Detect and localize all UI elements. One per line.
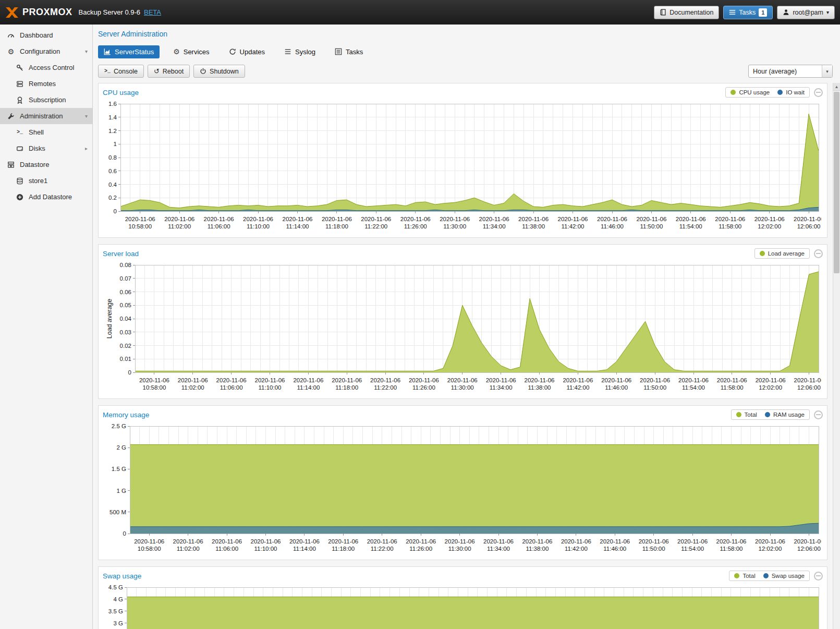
reboot-button[interactable]: ↺ Reboot xyxy=(148,65,190,78)
svg-text:2020-11-06: 2020-11-06 xyxy=(715,216,745,222)
svg-text:2020-11-06: 2020-11-06 xyxy=(479,216,509,222)
chart-legend: Total Swap usage xyxy=(729,571,810,581)
user-menu-button[interactable]: root@pam ▾ xyxy=(777,6,835,19)
svg-text:2020-11-06: 2020-11-06 xyxy=(125,216,155,222)
svg-text:2.5 G: 2.5 G xyxy=(112,423,126,429)
tab-updates[interactable]: Updates xyxy=(223,45,271,58)
tab-bar: ServerStatus ⚙ Services Updates Syslog xyxy=(98,45,833,58)
collapse-icon[interactable] xyxy=(814,249,823,258)
svg-text:0: 0 xyxy=(114,208,117,214)
svg-text:0.07: 0.07 xyxy=(120,275,131,282)
sidebar-item-access-control[interactable]: Access Control xyxy=(0,59,92,76)
svg-text:1: 1 xyxy=(114,141,117,147)
legend-dot xyxy=(731,90,736,95)
sidebar-item-store1[interactable]: store1 xyxy=(0,173,92,189)
svg-text:2020-11-06: 2020-11-06 xyxy=(558,216,588,222)
scrollbar-thumb[interactable] xyxy=(834,92,839,273)
proxmox-x-icon xyxy=(5,7,19,18)
task-box-icon xyxy=(335,48,342,55)
sidebar-item-administration[interactable]: Administration ▾ xyxy=(0,108,92,124)
svg-text:11:02:00: 11:02:00 xyxy=(181,384,204,391)
svg-text:0: 0 xyxy=(128,369,131,376)
sidebar-item-datastore[interactable]: Datastore xyxy=(0,156,92,173)
svg-text:2020-11-06: 2020-11-06 xyxy=(639,538,669,545)
tab-syslog[interactable]: Syslog xyxy=(278,45,321,58)
svg-text:12:02:00: 12:02:00 xyxy=(759,546,782,552)
legend-dot xyxy=(734,573,739,578)
svg-text:0.06: 0.06 xyxy=(120,289,131,295)
area-chart-icon xyxy=(104,48,111,55)
svg-text:2020-11-06: 2020-11-06 xyxy=(676,216,706,222)
svg-text:0: 0 xyxy=(123,530,126,537)
svg-text:1.6: 1.6 xyxy=(108,101,117,107)
sidebar-item-dashboard[interactable]: Dashboard xyxy=(0,27,92,43)
svg-text:12:02:00: 12:02:00 xyxy=(759,384,782,391)
svg-text:11:02:00: 11:02:00 xyxy=(177,546,200,552)
sidebar-item-remotes[interactable]: Remotes xyxy=(0,76,92,92)
tab-tasks[interactable]: Tasks xyxy=(329,45,369,58)
svg-text:12:02:00: 12:02:00 xyxy=(758,223,781,229)
svg-text:0.01: 0.01 xyxy=(120,356,131,362)
sidebar-item-shell[interactable]: >_ Shell xyxy=(0,124,92,140)
proxmox-logo: PROXMOX xyxy=(5,7,72,18)
chart-legend: CPU usage IO wait xyxy=(725,87,810,98)
svg-text:11:50:00: 11:50:00 xyxy=(640,223,663,229)
svg-text:0.2: 0.2 xyxy=(108,195,117,201)
sidebar-item-subscription[interactable]: Subscription xyxy=(0,92,92,108)
console-button[interactable]: >_ Console xyxy=(98,65,144,78)
sidebar-item-disks[interactable]: Disks ▸ xyxy=(0,140,92,156)
collapse-icon[interactable] xyxy=(814,88,823,97)
svg-text:2020-11-06: 2020-11-06 xyxy=(716,538,747,545)
legend-dot xyxy=(765,412,770,417)
svg-text:0.03: 0.03 xyxy=(120,329,131,335)
svg-text:11:10:00: 11:10:00 xyxy=(259,384,282,391)
svg-text:10:58:00: 10:58:00 xyxy=(128,223,152,229)
beta-link[interactable]: BETA xyxy=(144,8,161,16)
svg-text:500 M: 500 M xyxy=(109,509,126,515)
svg-text:2020-11-06: 2020-11-06 xyxy=(522,538,552,545)
tab-serverstatus[interactable]: ServerStatus xyxy=(98,45,160,58)
sidebar-item-configuration[interactable]: ⚙ Configuration ▾ xyxy=(0,43,92,59)
svg-text:2020-11-06: 2020-11-06 xyxy=(755,538,785,545)
sidebar-item-add-datastore[interactable]: Add Datastore xyxy=(0,189,92,205)
svg-text:2020-11-06: 2020-11-06 xyxy=(794,538,821,545)
collapse-icon[interactable] xyxy=(814,572,823,580)
time-interval-select[interactable]: Hour (average) ▾ xyxy=(748,65,833,78)
svg-text:11:42:00: 11:42:00 xyxy=(565,546,588,552)
svg-text:0.08: 0.08 xyxy=(120,262,131,268)
svg-text:11:14:00: 11:14:00 xyxy=(297,384,320,391)
svg-text:2020-11-06: 2020-11-06 xyxy=(409,377,439,383)
server-load-chart: 00.010.020.030.040.050.060.070.082020-11… xyxy=(103,261,823,395)
datastore-icon xyxy=(6,161,16,168)
shutdown-button[interactable]: Shutdown xyxy=(193,65,245,78)
sidebar: Dashboard ⚙ Configuration ▾ Access Contr… xyxy=(0,25,93,629)
svg-text:3 G: 3 G xyxy=(113,620,123,626)
svg-text:11:58:00: 11:58:00 xyxy=(721,384,744,391)
collapse-icon[interactable] xyxy=(814,410,823,419)
svg-text:2020-11-06: 2020-11-06 xyxy=(173,538,203,545)
legend-dot xyxy=(763,573,769,578)
chart-title: Memory usage xyxy=(103,411,149,419)
page-title: Server Administration xyxy=(98,30,833,38)
tasks-label: Tasks xyxy=(739,9,756,16)
vertical-scrollbar[interactable]: ▲ xyxy=(833,83,840,629)
svg-text:11:26:00: 11:26:00 xyxy=(412,384,435,391)
svg-text:2020-11-06: 2020-11-06 xyxy=(243,216,273,222)
svg-text:2020-11-06: 2020-11-06 xyxy=(447,377,478,383)
brand-name: PROXMOX xyxy=(22,7,72,18)
svg-text:11:38:00: 11:38:00 xyxy=(528,384,551,391)
documentation-button[interactable]: Documentation xyxy=(654,6,719,19)
svg-text:2020-11-06: 2020-11-06 xyxy=(293,377,323,383)
server-load-panel: Server load Load average 00.010.020.030.… xyxy=(98,244,827,399)
legend-dot xyxy=(736,412,741,417)
chevron-down-icon: ▾ xyxy=(826,9,829,15)
svg-text:2020-11-06: 2020-11-06 xyxy=(134,538,164,545)
svg-text:2020-11-06: 2020-11-06 xyxy=(563,377,593,383)
tab-services[interactable]: ⚙ Services xyxy=(167,45,215,58)
svg-text:11:42:00: 11:42:00 xyxy=(566,384,589,391)
scrollbar-up-button[interactable]: ▲ xyxy=(833,83,840,91)
svg-text:11:06:00: 11:06:00 xyxy=(215,546,238,552)
svg-text:2020-11-06: 2020-11-06 xyxy=(440,216,470,222)
svg-text:11:34:00: 11:34:00 xyxy=(490,384,513,391)
tasks-button[interactable]: Tasks 1 xyxy=(723,6,773,19)
